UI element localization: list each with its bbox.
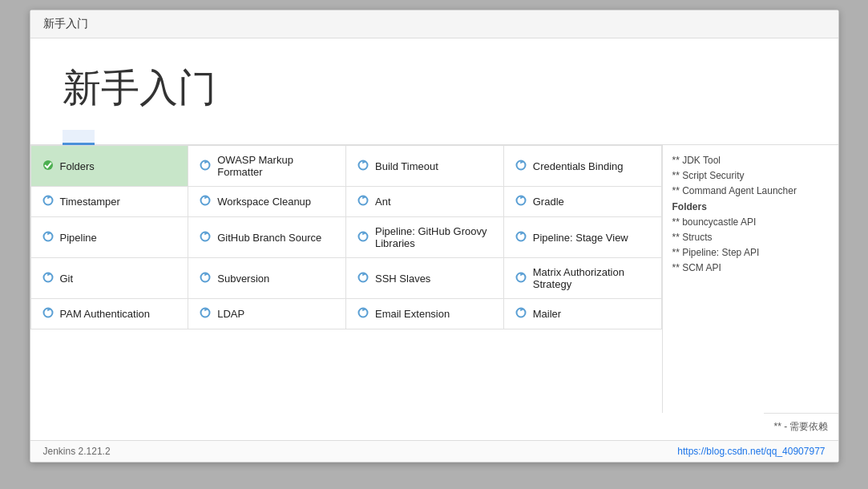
plugin-cell[interactable]: Pipeline: GitHub Groovy Libraries — [346, 217, 504, 258]
plugin-name: Folders — [60, 160, 95, 172]
refresh-icon — [42, 272, 54, 285]
plugin-cell[interactable]: OWASP Markup Formatter — [188, 146, 346, 187]
plugin-name: OWASP Markup Formatter — [217, 154, 334, 178]
sidebar-line: ** Script Security — [672, 168, 829, 184]
plugin-name: Matrix Authorization Strategy — [533, 266, 650, 290]
sidebar-line: ** JDK Tool — [672, 153, 829, 168]
plugin-cell[interactable]: GitHub Branch Source — [188, 217, 346, 258]
check-icon — [42, 160, 54, 173]
refresh-icon — [200, 160, 211, 173]
plugin-name: Timestamper — [60, 196, 120, 208]
svg-point-0 — [43, 160, 53, 170]
sidebar-line: ** Pipeline: Step API — [672, 245, 829, 261]
plugin-cell[interactable]: Timestamper — [30, 187, 188, 217]
sidebar-line: ** SCM API — [672, 261, 829, 276]
window-titlebar: 新手入门 — [30, 10, 838, 38]
hero-section: 新手入门 — [30, 38, 838, 130]
sidebar-footer-text: ** - 需要依赖 — [773, 421, 828, 432]
plugin-cell[interactable]: Matrix Authorization Strategy — [503, 258, 661, 299]
plugin-cell[interactable]: SSH Slaves — [346, 258, 504, 299]
refresh-icon — [515, 195, 527, 208]
tab-1[interactable] — [63, 130, 95, 145]
tabs-bar — [30, 130, 838, 145]
plugin-name: Pipeline — [60, 232, 97, 244]
window-title: 新手入门 — [43, 17, 88, 30]
plugin-cell[interactable]: Pipeline — [30, 217, 188, 258]
refresh-icon — [42, 195, 54, 208]
plugin-cell[interactable]: Folders — [30, 146, 188, 187]
plugins-grid: FoldersOWASP Markup FormatterBuild Timeo… — [30, 145, 662, 413]
plugin-cell[interactable]: LDAP — [188, 299, 346, 329]
plugin-name: Credentials Binding — [533, 160, 624, 172]
refresh-icon — [42, 231, 54, 244]
plugin-name: Subversion — [217, 273, 269, 285]
refresh-icon — [515, 231, 527, 244]
plugin-name: GitHub Branch Source — [217, 232, 321, 244]
refresh-icon — [200, 195, 211, 208]
jenkins-version: Jenkins 2.121.2 — [43, 446, 111, 457]
sidebar-line: ** bouncycastle API — [672, 215, 829, 230]
plugin-cell[interactable]: Credentials Binding — [503, 146, 661, 187]
plugin-name: Pipeline: GitHub Groovy Libraries — [375, 225, 492, 249]
plugin-name: SSH Slaves — [375, 273, 430, 285]
refresh-icon — [357, 195, 369, 208]
plugins-table: FoldersOWASP Markup FormatterBuild Timeo… — [30, 145, 662, 329]
sidebar-line: Folders — [672, 200, 829, 215]
plugin-cell[interactable]: PAM Authentication — [30, 299, 188, 329]
plugin-name: LDAP — [217, 308, 244, 320]
sidebar-footer: ** - 需要依赖 — [764, 413, 838, 440]
refresh-icon — [515, 160, 527, 173]
refresh-icon — [357, 160, 369, 173]
sidebar-line: ** Structs — [672, 230, 829, 245]
plugin-name: Build Timeout — [375, 160, 438, 172]
refresh-icon — [515, 307, 527, 321]
plugin-cell[interactable]: Git — [30, 258, 188, 299]
plugin-cell[interactable]: Workspace Cleanup — [188, 187, 346, 217]
window-footer: Jenkins 2.121.2 https://blog.csdn.net/qq… — [30, 440, 838, 462]
plugin-cell[interactable]: Mailer — [503, 299, 661, 329]
refresh-icon — [200, 272, 211, 285]
hero-title: 新手入门 — [63, 63, 806, 114]
main-window: 新手入门 新手入门 FoldersOWASP Markup FormatterB… — [30, 10, 839, 463]
plugin-name: Mailer — [533, 308, 561, 320]
plugin-cell[interactable]: Ant — [346, 187, 504, 217]
sidebar-info: ** JDK Tool** Script Security** Command … — [662, 145, 838, 413]
content-area: FoldersOWASP Markup FormatterBuild Timeo… — [30, 145, 838, 413]
plugin-cell[interactable]: Pipeline: Stage View — [503, 217, 661, 258]
plugin-name: Email Extension — [375, 308, 450, 320]
refresh-icon — [357, 272, 369, 285]
plugin-cell[interactable]: Email Extension — [346, 299, 504, 329]
plugin-cell[interactable]: Subversion — [188, 258, 346, 299]
tab-2[interactable] — [95, 130, 127, 145]
refresh-icon — [200, 307, 211, 321]
refresh-icon — [357, 231, 369, 244]
plugin-name: Git — [60, 273, 74, 285]
refresh-icon — [42, 307, 54, 321]
refresh-icon — [200, 231, 211, 244]
plugin-name: Ant — [375, 196, 391, 208]
plugin-name: Gradle — [533, 196, 564, 208]
footer-link[interactable]: https://blog.csdn.net/qq_40907977 — [677, 446, 825, 457]
plugin-cell[interactable]: Build Timeout — [346, 146, 504, 187]
plugin-name: Pipeline: Stage View — [533, 232, 628, 244]
plugin-name: Workspace Cleanup — [217, 196, 311, 208]
refresh-icon — [357, 307, 369, 321]
sidebar-line: ** Command Agent Launcher — [672, 184, 829, 199]
plugin-cell[interactable]: Gradle — [503, 187, 661, 217]
refresh-icon — [515, 272, 527, 285]
plugin-name: PAM Authentication — [60, 308, 151, 320]
